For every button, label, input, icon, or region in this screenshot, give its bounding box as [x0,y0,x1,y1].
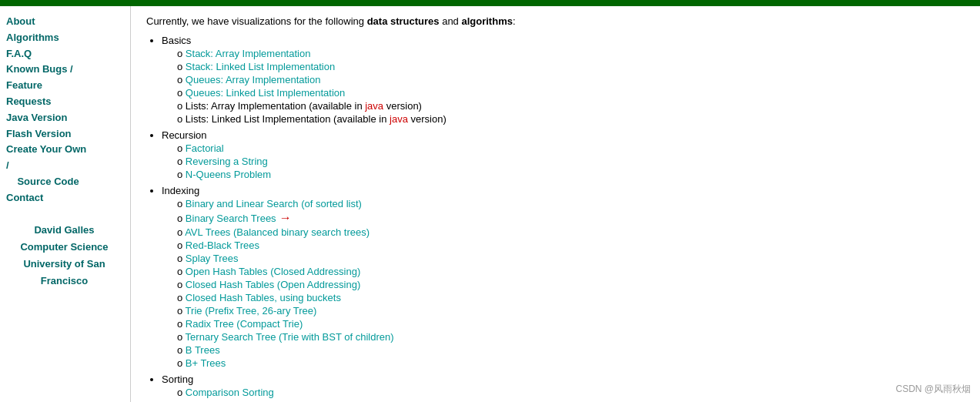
sidebar-link-knownbugs[interactable]: Known Bugs / [6,62,122,78]
link-stack-array[interactable]: Stack: Array Implementation [186,48,311,59]
list-item: Stack: Array Implementation [177,48,965,59]
list-item: Open Hash Tables (Closed Addressing) [177,266,965,277]
link-binary-linear-search[interactable]: Binary and Linear Search (of sorted list… [186,198,362,209]
basics-list: Stack: Array Implementation Stack: Linke… [177,48,965,125]
arrow-icon: → [279,211,292,225]
category-recursion: Recursion [162,129,207,141]
link-bst[interactable]: Binary Search Trees [186,213,276,224]
list-item: Stack: Linked List Implementation [177,61,965,72]
main-layout: About Algorithms F.A.Q Known Bugs / Feat… [0,6,980,402]
category-basics: Basics [162,35,191,46]
list-item: Comparison Sorting Bubble Sort Selection… [177,387,965,402]
link-rbt[interactable]: Red-Black Trees [186,240,259,251]
author-line4: Francisco [6,273,122,290]
link-stack-ll[interactable]: Stack: Linked List Implementation [186,61,335,72]
list-item: AVL Trees (Balanced binary search trees) [177,226,965,238]
sidebar-link-sourcecode[interactable]: Source Code [6,174,122,190]
sidebar-link-slash[interactable]: / [6,158,122,174]
link-avl[interactable]: AVL Trees (Balanced binary search trees) [185,226,370,238]
list-item: Ternary Search Tree (Trie with BST of ch… [177,331,965,343]
content-area: Currently, we have visualizations for th… [131,6,980,402]
sidebar-link-algorithms[interactable]: Algorithms [6,30,122,46]
sidebar-link-faq[interactable]: F.A.Q [6,46,122,62]
list-item: Binary and Linear Search (of sorted list… [177,198,965,209]
list-item: Radix Tree (Compact Trie) [177,318,965,330]
indexing-list: Binary and Linear Search (of sorted list… [177,198,965,369]
intro-text: Currently, we have visualizations for th… [146,15,965,27]
list-item: Closed Hash Tables (Open Addressing) [177,279,965,290]
link-queues-array[interactable]: Queues: Array Implementation [186,74,321,85]
watermark: CSDN @风雨秋烟 [895,383,971,396]
sidebar-link-feature[interactable]: Feature [6,78,122,94]
list-item: B+ Trees [177,357,965,369]
section-recursion: Recursion Factorial Reversing a String N… [162,129,965,180]
link-nqueens[interactable]: N-Queens Problem [186,169,271,180]
sidebar-link-about[interactable]: About [6,14,122,30]
link-open-hash[interactable]: Open Hash Tables (Closed Addressing) [186,266,360,277]
author-line3: University of San [6,256,122,273]
sidebar: About Algorithms F.A.Q Known Bugs / Feat… [0,6,131,402]
link-java-lists-array[interactable]: java [365,100,383,112]
link-splay[interactable]: Splay Trees [186,253,239,264]
link-factorial[interactable]: Factorial [186,142,224,154]
sidebar-link-contact[interactable]: Contact [6,190,122,206]
sidebar-author: David Galles Computer Science University… [6,222,122,290]
section-sorting: Sorting Comparison Sorting Bubble Sort S… [162,374,965,402]
list-item: Closed Hash Tables, using buckets [177,292,965,303]
top-bar [0,0,980,6]
author-line2: Computer Science [6,239,122,256]
author-line1: David Galles [6,222,122,239]
link-btrees[interactable]: B Trees [186,344,220,356]
link-java-lists-ll[interactable]: java [390,113,408,125]
section-indexing: Indexing Binary and Linear Search (of so… [162,185,965,369]
link-trie[interactable]: Trie (Prefix Tree, 26-ary Tree) [186,305,317,317]
list-item: Red-Black Trees [177,240,965,251]
link-reversing-string[interactable]: Reversing a String [186,156,268,167]
list-item: Queues: Array Implementation [177,74,965,85]
link-radix[interactable]: Radix Tree (Compact Trie) [186,318,303,330]
list-item: Lists: Array Implementation (available i… [177,100,965,112]
category-indexing: Indexing [162,185,199,196]
list-item: Factorial [177,142,965,154]
main-list: Basics Stack: Array Implementation Stack… [162,35,965,402]
sidebar-link-flash[interactable]: Flash Version [6,126,122,142]
link-comparison-sorting[interactable]: Comparison Sorting [186,387,274,398]
list-item: Reversing a String [177,156,965,167]
list-item: N-Queens Problem [177,169,965,180]
sorting-list: Comparison Sorting Bubble Sort Selection… [177,387,965,402]
link-queues-ll[interactable]: Queues: Linked List Implementation [186,87,345,99]
link-closed-hash[interactable]: Closed Hash Tables (Open Addressing) [186,279,360,290]
link-closed-hash-buckets[interactable]: Closed Hash Tables, using buckets [186,292,341,303]
link-ternary[interactable]: Ternary Search Tree (Trie with BST of ch… [186,331,394,343]
list-item: Lists: Linked List Implementation (avail… [177,113,965,125]
list-item: Trie (Prefix Tree, 26-ary Tree) [177,305,965,317]
sidebar-link-requests[interactable]: Requests [6,94,122,110]
list-item: B Trees [177,344,965,356]
section-basics: Basics Stack: Array Implementation Stack… [162,35,965,125]
list-item: Queues: Linked List Implementation [177,87,965,99]
sidebar-link-java[interactable]: Java Version [6,110,122,126]
list-item: Binary Search Trees→ [177,211,965,225]
list-item: Splay Trees [177,253,965,264]
sidebar-link-createyourown[interactable]: Create Your Own [6,142,122,158]
category-sorting: Sorting [162,374,193,385]
link-bplus[interactable]: B+ Trees [186,357,226,369]
recursion-list: Factorial Reversing a String N-Queens Pr… [177,142,965,180]
